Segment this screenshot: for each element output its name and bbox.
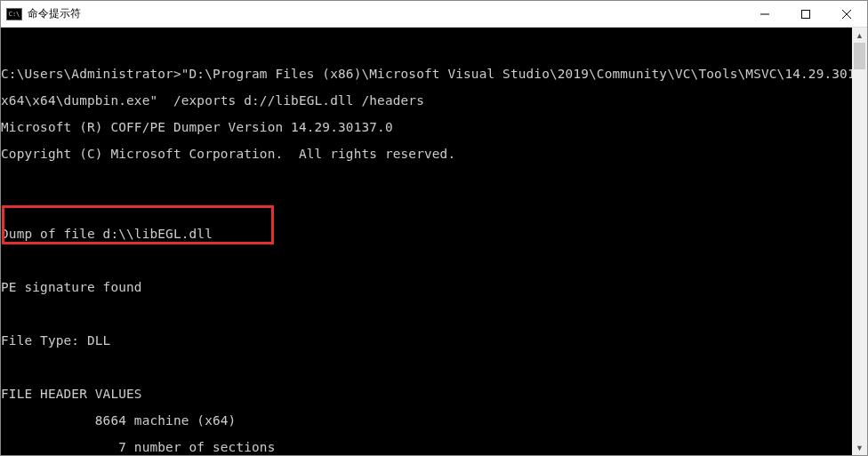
titlebar: 命令提示符 [1, 1, 867, 28]
scroll-down-button[interactable]: ▼ [852, 440, 867, 455]
close-icon [842, 10, 851, 19]
close-button[interactable] [826, 1, 867, 27]
scroll-thumb[interactable] [854, 43, 865, 69]
minimize-icon [760, 10, 769, 19]
file-type-line: File Type: DLL [1, 334, 867, 348]
chevron-down-icon: ▼ [856, 444, 864, 452]
scroll-track[interactable] [852, 43, 867, 440]
cmd-icon [6, 8, 22, 20]
window-buttons [744, 1, 867, 27]
svg-rect-1 [802, 10, 810, 18]
maximize-button[interactable] [785, 1, 826, 27]
prompt-line-cont: x64\x64\dumpbin.exe" /exports d://libEGL… [1, 94, 867, 108]
file-header-title: FILE HEADER VALUES [1, 388, 867, 401]
fh-machine: 8664 machine (x64) [1, 414, 867, 428]
banner-line-2: Copyright (C) Microsoft Corporation. All… [1, 148, 867, 161]
minimize-button[interactable] [744, 1, 785, 27]
vertical-scrollbar[interactable]: ▲ ▼ [852, 28, 867, 455]
banner-line-1: Microsoft (R) COFF/PE Dumper Version 14.… [1, 121, 867, 134]
pe-signature-line: PE signature found [1, 281, 867, 294]
window-title: 命令提示符 [28, 6, 744, 21]
dump-of-line: Dump of file d:\\libEGL.dll [1, 228, 867, 241]
prompt-line: C:\Users\Administrator>"D:\Program Files… [1, 68, 867, 81]
maximize-icon [801, 10, 810, 19]
fh-sections: 7 number of sections [1, 441, 867, 454]
scroll-up-button[interactable]: ▲ [852, 28, 867, 43]
terminal-output: C:\Users\Administrator>"D:\Program Files… [1, 28, 867, 455]
chevron-up-icon: ▲ [856, 31, 864, 40]
